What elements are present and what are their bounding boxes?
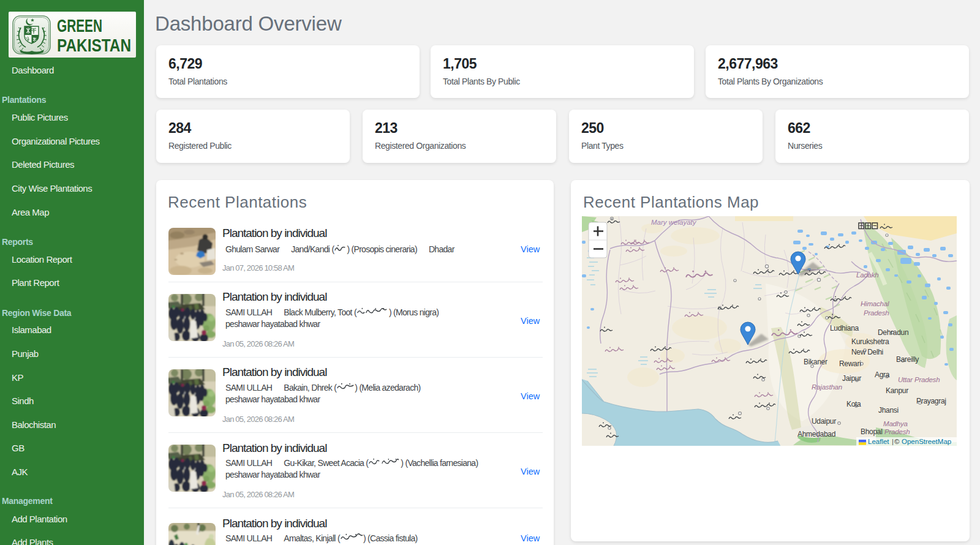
svg-text:Madhya: Madhya	[883, 420, 908, 427]
svg-text:Uttar Pradesh: Uttar Pradesh	[898, 376, 940, 383]
svg-text:Rajasthan: Rajasthan	[812, 383, 842, 391]
svg-text:Rewari: Rewari	[839, 359, 861, 368]
svg-text:Bareilly: Bareilly	[896, 355, 919, 364]
svg-text:Prayagraj: Prayagraj	[916, 397, 946, 405]
svg-text:Ludhiana: Ludhiana	[830, 324, 859, 333]
svg-text:Pradesh: Pradesh	[884, 428, 910, 435]
svg-text:Kota: Kota	[846, 400, 861, 408]
svg-text:Dehradun: Dehradun	[878, 328, 908, 337]
svg-text:Udaipur: Udaipur	[812, 417, 836, 426]
svg-text:Leaflet: Leaflet	[868, 438, 889, 445]
svg-text:Himachal: Himachal	[861, 300, 889, 307]
svg-text:Bikaner: Bikaner	[804, 358, 827, 366]
svg-text:OpenStreetMap: OpenStreetMap	[902, 438, 951, 445]
svg-text:Jaipur: Jaipur	[842, 374, 861, 383]
svg-text:Ahmedabad: Ahmedabad	[797, 430, 835, 438]
svg-text:Agra: Agra	[875, 370, 890, 379]
svg-text:©: ©	[894, 438, 900, 445]
svg-text:|: |	[892, 438, 894, 445]
svg-text:PAKISTAN: PAKISTAN	[57, 36, 131, 55]
svg-text:Bhopal: Bhopal	[861, 427, 883, 436]
svg-text:Kurukshetra: Kurukshetra	[851, 337, 889, 346]
svg-text:GREEN: GREEN	[57, 16, 102, 36]
svg-text:New Delhi: New Delhi	[851, 348, 883, 356]
svg-text:Jhansi: Jhansi	[878, 406, 899, 415]
svg-text:Ladakh: Ladakh	[856, 271, 879, 279]
svg-text:Mary welayaty: Mary welayaty	[651, 219, 697, 226]
svg-text:Kanpur: Kanpur	[886, 386, 908, 395]
svg-text:Pradesh: Pradesh	[864, 309, 889, 317]
